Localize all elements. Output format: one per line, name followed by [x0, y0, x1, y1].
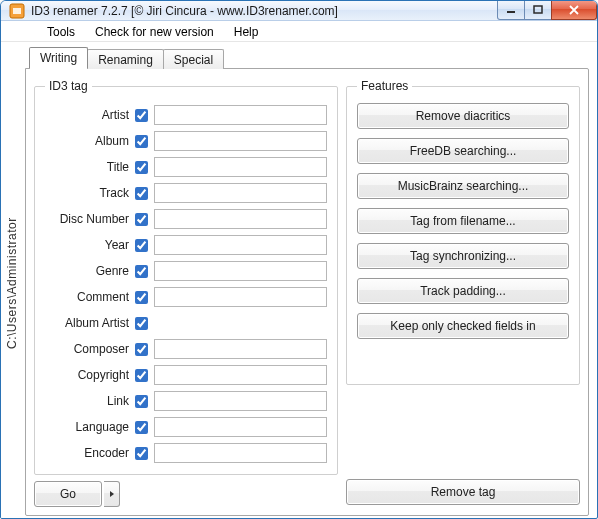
- check-track[interactable]: [135, 187, 148, 200]
- app-window: ID3 renamer 7.2.7 [© Jiri Cincura - www.…: [0, 0, 598, 519]
- label-album-artist: Album Artist: [45, 316, 135, 330]
- right-column: Features Remove diacritics FreeDB search…: [346, 79, 580, 505]
- input-encoder[interactable]: [154, 443, 327, 463]
- group-id3tag: ID3 tag Artist Album: [34, 79, 338, 475]
- label-copyright: Copyright: [45, 368, 135, 382]
- path-sidebar[interactable]: C:\Users\Administrator: [1, 42, 23, 519]
- tabs: Writing Renaming Special: [29, 46, 589, 68]
- menubar: Tools Check for new version Help: [1, 21, 597, 42]
- go-button[interactable]: Go: [34, 481, 102, 507]
- close-button[interactable]: [551, 0, 597, 20]
- check-album[interactable]: [135, 135, 148, 148]
- input-year[interactable]: [154, 235, 327, 255]
- row-track: Track: [45, 181, 327, 205]
- btn-keep-checked[interactable]: Keep only checked fields in: [357, 313, 569, 339]
- input-album[interactable]: [154, 131, 327, 151]
- label-artist: Artist: [45, 108, 135, 122]
- go-button-dropdown[interactable]: [104, 481, 120, 507]
- input-genre[interactable]: [154, 261, 327, 281]
- window-title: ID3 renamer 7.2.7 [© Jiri Cincura - www.…: [31, 4, 498, 18]
- menu-tools[interactable]: Tools: [37, 23, 85, 41]
- check-link[interactable]: [135, 395, 148, 408]
- label-language: Language: [45, 420, 135, 434]
- row-encoder: Encoder: [45, 441, 327, 465]
- app-icon: [9, 3, 25, 19]
- row-year: Year: [45, 233, 327, 257]
- row-album: Album: [45, 129, 327, 153]
- btn-musicbrainz[interactable]: MusicBrainz searching...: [357, 173, 569, 199]
- svg-rect-2: [507, 11, 515, 13]
- left-column: ID3 tag Artist Album: [34, 79, 338, 505]
- check-copyright[interactable]: [135, 369, 148, 382]
- group-id3tag-legend: ID3 tag: [45, 79, 92, 93]
- label-disc-number: Disc Number: [45, 212, 135, 226]
- tab-special[interactable]: Special: [163, 49, 224, 69]
- input-language[interactable]: [154, 417, 327, 437]
- btn-tag-sync[interactable]: Tag synchronizing...: [357, 243, 569, 269]
- check-title[interactable]: [135, 161, 148, 174]
- row-genre: Genre: [45, 259, 327, 283]
- row-title: Title: [45, 155, 327, 179]
- row-artist: Artist: [45, 103, 327, 127]
- input-title[interactable]: [154, 157, 327, 177]
- input-comment[interactable]: [154, 287, 327, 307]
- row-disc-number: Disc Number: [45, 207, 327, 231]
- svg-rect-3: [534, 6, 542, 13]
- label-genre: Genre: [45, 264, 135, 278]
- label-composer: Composer: [45, 342, 135, 356]
- go-button-row: Go: [34, 481, 338, 507]
- row-comment: Comment: [45, 285, 327, 309]
- input-artist[interactable]: [154, 105, 327, 125]
- label-year: Year: [45, 238, 135, 252]
- check-encoder[interactable]: [135, 447, 148, 460]
- label-comment: Comment: [45, 290, 135, 304]
- label-track: Track: [45, 186, 135, 200]
- check-comment[interactable]: [135, 291, 148, 304]
- check-artist[interactable]: [135, 109, 148, 122]
- check-album-artist[interactable]: [135, 317, 148, 330]
- input-link[interactable]: [154, 391, 327, 411]
- btn-tag-from-filename[interactable]: Tag from filename...: [357, 208, 569, 234]
- window-buttons: [498, 0, 597, 20]
- minimize-button[interactable]: [497, 0, 525, 20]
- label-link: Link: [45, 394, 135, 408]
- row-link: Link: [45, 389, 327, 413]
- svg-rect-1: [13, 8, 21, 14]
- remove-tag-row: Remove tag: [346, 479, 580, 505]
- titlebar: ID3 renamer 7.2.7 [© Jiri Cincura - www.…: [1, 1, 597, 21]
- menu-check-version[interactable]: Check for new version: [85, 23, 224, 41]
- input-copyright[interactable]: [154, 365, 327, 385]
- menu-help[interactable]: Help: [224, 23, 269, 41]
- row-composer: Composer: [45, 337, 327, 361]
- btn-remove-diacritics[interactable]: Remove diacritics: [357, 103, 569, 129]
- row-language: Language: [45, 415, 327, 439]
- btn-track-padding[interactable]: Track padding...: [357, 278, 569, 304]
- btn-freedb[interactable]: FreeDB searching...: [357, 138, 569, 164]
- group-features-legend: Features: [357, 79, 412, 93]
- remove-tag-button[interactable]: Remove tag: [346, 479, 580, 505]
- tab-renaming[interactable]: Renaming: [87, 49, 164, 69]
- group-features: Features Remove diacritics FreeDB search…: [346, 79, 580, 385]
- maximize-button[interactable]: [524, 0, 552, 20]
- input-track[interactable]: [154, 183, 327, 203]
- check-language[interactable]: [135, 421, 148, 434]
- label-album: Album: [45, 134, 135, 148]
- input-composer[interactable]: [154, 339, 327, 359]
- tab-panel-writing: ID3 tag Artist Album: [25, 68, 589, 516]
- main-panel: Writing Renaming Special ID3 tag Artist: [23, 42, 597, 519]
- label-title: Title: [45, 160, 135, 174]
- input-disc-number[interactable]: [154, 209, 327, 229]
- content-area: C:\Users\Administrator Writing Renaming …: [1, 42, 597, 519]
- row-copyright: Copyright: [45, 363, 327, 387]
- check-year[interactable]: [135, 239, 148, 252]
- check-disc-number[interactable]: [135, 213, 148, 226]
- row-album-artist: Album Artist: [45, 311, 327, 335]
- check-genre[interactable]: [135, 265, 148, 278]
- check-composer[interactable]: [135, 343, 148, 356]
- label-encoder: Encoder: [45, 446, 135, 460]
- tab-writing[interactable]: Writing: [29, 47, 88, 68]
